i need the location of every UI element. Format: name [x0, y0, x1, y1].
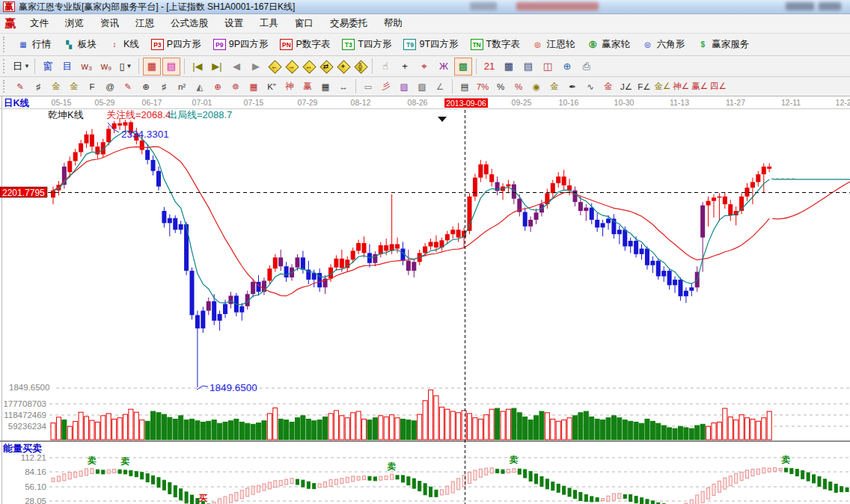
winner-service-button[interactable]: $赢家服务 — [691, 36, 755, 54]
toolbar-drag-handle[interactable] — [3, 80, 9, 93]
network-button[interactable]: ⊕ — [558, 58, 576, 76]
gold-grid-tool[interactable]: 金 — [48, 79, 65, 95]
calendar-button[interactable]: 21 — [480, 58, 498, 76]
p9-square-button[interactable]: P99P四方形 — [207, 36, 275, 54]
menu-item-2[interactable]: 浏览 — [57, 17, 92, 30]
winner-wheel-button[interactable]: Ⓑ赢家轮 — [581, 36, 636, 54]
next-button[interactable]: ▶ — [247, 58, 265, 76]
zoom-tool-button[interactable]: ⌖ — [415, 58, 433, 76]
window-controls-redacted[interactable] — [786, 2, 814, 10]
gann-swap-button[interactable]: ⇄ — [320, 61, 331, 72]
shen-angle-tool[interactable]: 神∠ — [672, 79, 690, 95]
kline-mark-tool[interactable]: K″ — [263, 79, 281, 95]
toolbar-drag-handle[interactable] — [3, 37, 9, 52]
save-button[interactable]: ◫ — [539, 58, 557, 76]
skip-start-button[interactable]: |◀ — [189, 58, 207, 76]
pen2-tool[interactable]: ✎ — [120, 79, 137, 95]
menu-item-5[interactable]: 公式选股 — [162, 17, 216, 30]
t-square-button[interactable]: T3T四方形 — [336, 36, 397, 54]
prev-button[interactable]: ◀ — [227, 58, 245, 76]
j-angle-tool[interactable]: J∠ — [618, 79, 635, 95]
hash-grid-tool[interactable]: ♯ — [156, 79, 173, 95]
kline-icon: ↕ — [108, 39, 120, 50]
gold-grid2-tool[interactable]: 金 — [66, 79, 83, 95]
ink-tool[interactable]: ✒ — [564, 79, 581, 95]
n-square-tool[interactable]: n² — [174, 79, 191, 95]
f-angle-tool[interactable]: F∠ — [636, 79, 653, 95]
percent7-tool[interactable]: 7% — [474, 79, 492, 95]
fan-lines-tool[interactable]: 彡 — [378, 79, 395, 95]
menu-item-10[interactable]: 帮助 — [376, 17, 411, 30]
gann-grid-tool[interactable]: ♯ — [30, 79, 47, 95]
box-tool[interactable]: ▭ — [360, 79, 377, 95]
kline-button[interactable]: ↕K线 — [103, 36, 145, 54]
menu-item-6[interactable]: 设置 — [216, 17, 251, 30]
gann-shift-right-button[interactable]: → — [286, 61, 297, 72]
notepad-button[interactable]: ▤ — [519, 58, 537, 76]
window-layout-button[interactable]: 窗 — [39, 58, 57, 76]
gold-red-tool[interactable]: 金 — [600, 79, 617, 95]
grid-tool-button[interactable]: ▩ — [454, 58, 472, 76]
calculator-button[interactable]: ▦ — [500, 58, 518, 76]
percent-tool[interactable]: % — [492, 79, 510, 95]
si-angle-tool[interactable]: 四∠ — [709, 79, 727, 95]
wave9-button[interactable]: w₉ — [97, 58, 115, 76]
hand-tool-button[interactable]: ☝ — [376, 58, 394, 76]
menu-item-4[interactable]: 江恩 — [127, 17, 162, 30]
menu-item-9[interactable]: 交易委托 — [322, 17, 376, 30]
kline-chart-canvas[interactable]: 1849.650017770870311847246959236234112.2… — [0, 96, 850, 504]
shen-grid-tool[interactable]: 神 — [281, 79, 299, 95]
toolbar-label: 9P四方形 — [229, 38, 269, 51]
gann-add-button[interactable]: + — [337, 61, 349, 72]
p-square-button[interactable]: P3P四方形 — [145, 36, 207, 54]
gann-pen-tool[interactable]: ✎ — [12, 79, 29, 95]
stats-tool[interactable]: ▤ — [456, 79, 474, 95]
spiral-tool[interactable]: @ — [102, 79, 119, 95]
angle-lines-tool[interactable]: ∠ — [432, 79, 449, 95]
menu-item-7[interactable]: 工具 — [251, 17, 287, 30]
print-button[interactable]: ⎙ — [578, 58, 596, 76]
f-grid-tool[interactable]: F — [84, 79, 101, 95]
ying-angle-tool[interactable]: 赢∠ — [691, 79, 709, 95]
angle-tool[interactable]: ◭ — [192, 79, 209, 95]
pattern-tool-button[interactable]: Ж — [435, 58, 453, 76]
menu-item-1[interactable]: 文件 — [22, 17, 57, 30]
t-number-table-button[interactable]: TNT数字表 — [465, 36, 526, 54]
list-view-button[interactable]: 目 — [58, 58, 76, 76]
candle-style-button[interactable]: ▯▼ — [117, 58, 135, 76]
menu-item-8[interactable]: 窗口 — [287, 17, 322, 30]
width-measure-tool[interactable]: ↔ — [335, 79, 352, 95]
gann-wheel-button[interactable]: ◎江恩轮 — [526, 36, 581, 54]
gold-angle-tool[interactable]: 金∠ — [654, 79, 672, 95]
percent-line-tool[interactable]: % — [510, 79, 528, 95]
qiankun-kline-button[interactable]: ▦ — [143, 58, 161, 76]
gold-circle-tool[interactable]: ◉ — [528, 79, 545, 95]
crosshair-tool-button[interactable]: + — [396, 58, 414, 76]
ying-grid-tool[interactable]: 赢 — [299, 79, 317, 95]
wheel-web-tool[interactable]: ☸ — [227, 79, 245, 95]
circle-grid-tool[interactable]: ⊕ — [138, 79, 155, 95]
t9-square-button[interactable]: T99T四方形 — [397, 36, 464, 54]
wave3-button[interactable]: w₃ — [78, 58, 96, 76]
wave-line-tool[interactable]: ∿ — [582, 79, 599, 95]
web-grid-tool[interactable]: ▦ — [245, 79, 263, 95]
line-box-tool[interactable]: ▧ — [414, 79, 431, 95]
titlebar[interactable]: 赢 赢家江恩专业版[赢家内部服务平台] - [上证指数 SH1A0001-167… — [0, 0, 850, 14]
p-number-table-button[interactable]: PNP数字表 — [274, 36, 336, 54]
gann-shift-left-button[interactable]: ← — [269, 61, 280, 72]
skip-end-button[interactable]: ▶| — [208, 58, 226, 76]
toolbar-drag-handle[interactable] — [3, 59, 9, 73]
hexagon-button[interactable]: ◎六角形 — [636, 36, 691, 54]
quotes-button[interactable]: ▦行情 — [11, 36, 57, 54]
gold-line-tool[interactable]: 金 — [546, 79, 563, 95]
target-tool[interactable]: ⊕ — [210, 79, 227, 95]
menu-item-3[interactable]: 资讯 — [92, 17, 127, 30]
period-day-button[interactable]: 日▼ — [12, 58, 31, 76]
number-grid-tool[interactable]: ▦ — [317, 79, 334, 95]
fan-box-tool[interactable]: ▨ — [396, 79, 413, 95]
window-controls-redacted[interactable] — [819, 2, 841, 10]
gann-cross-button[interactable]: ╬ — [355, 61, 366, 72]
sectors-button[interactable]: ▚板块 — [57, 36, 103, 54]
gann-expand-button[interactable]: ↔ — [303, 61, 314, 72]
histogram-button[interactable]: ▤ — [162, 58, 180, 76]
